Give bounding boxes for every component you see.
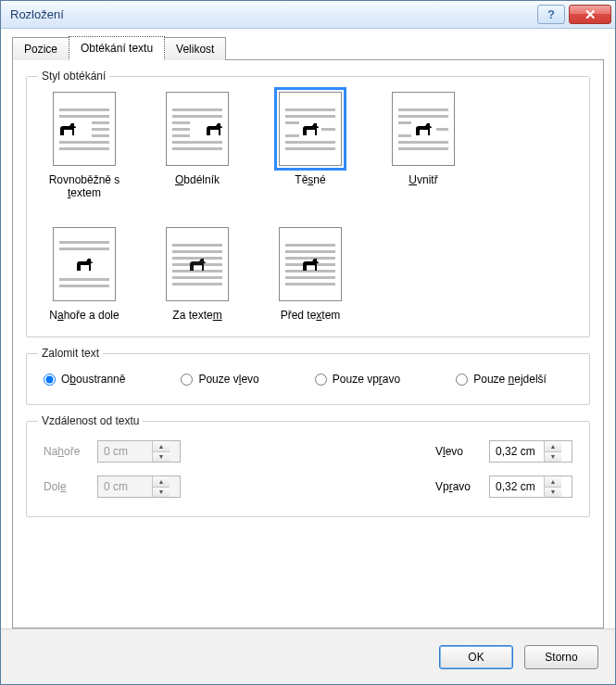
spin-up-icon: ▲	[153, 441, 170, 451]
wrap-inline[interactable]: Rovnoběžně s textem	[38, 92, 131, 199]
dog-icon	[413, 121, 434, 137]
dog-icon	[300, 121, 321, 137]
radio-right[interactable]: Pouze vpravo	[315, 373, 400, 386]
label-top: Nahoře	[44, 445, 97, 458]
wrap-square-thumb	[166, 92, 229, 166]
radio-both-input[interactable]	[44, 374, 56, 386]
tab-bar: Pozice Obtékání textu Velikost	[12, 36, 604, 60]
spin-up-icon[interactable]: ▲	[545, 441, 561, 451]
input-left[interactable]	[490, 441, 544, 462]
wrap-tight-label: Těsné	[264, 173, 357, 186]
spin-up-icon[interactable]: ▲	[545, 476, 561, 487]
wrap-front-label: Před textem	[264, 309, 357, 322]
wrap-front[interactable]: Před textem	[264, 227, 357, 322]
radio-largest[interactable]: Pouze nejdelší	[456, 373, 547, 386]
label-left: Vlevo	[435, 445, 489, 458]
label-right: Vpravo	[435, 480, 489, 493]
spinner-left[interactable]: ▲▼	[489, 440, 572, 463]
wrap-topbottom-label: Nahoře a dole	[38, 309, 131, 322]
tab-size[interactable]: Velikost	[164, 37, 226, 60]
input-top	[98, 441, 152, 462]
input-bottom	[98, 476, 152, 497]
dog-icon	[300, 256, 321, 273]
radio-left-input[interactable]	[181, 374, 193, 386]
dog-icon	[57, 121, 78, 137]
close-button[interactable]: ✕	[569, 5, 611, 24]
wrap-inline-label: Rovnoběžně s textem	[38, 173, 131, 199]
wrap-square[interactable]: Obdélník	[151, 92, 244, 199]
wrap-topbottom[interactable]: Nahoře a dole	[38, 227, 131, 322]
spinner-right[interactable]: ▲▼	[489, 476, 572, 498]
cancel-button[interactable]: Storno	[524, 645, 598, 669]
radio-right-input[interactable]	[315, 374, 327, 386]
wrap-topbottom-thumb	[53, 227, 116, 301]
wrap-behind-thumb	[166, 227, 229, 301]
group-distance-legend: Vzdálenost od textu	[38, 414, 143, 427]
wrap-through-label: Uvnitř	[377, 173, 470, 186]
radio-both[interactable]: Oboustranně	[44, 373, 125, 386]
group-wrap-text: Zalomit text Oboustranně Pouze vlevo Pou…	[26, 347, 590, 405]
dialog-window: Rozložení ? ✕ Pozice Obtékání textu Veli…	[0, 0, 616, 685]
wrap-inline-thumb	[53, 92, 116, 166]
radio-left[interactable]: Pouze vlevo	[181, 373, 258, 386]
wrap-through[interactable]: Uvnitř	[377, 92, 470, 199]
wrap-tight[interactable]: Těsné	[264, 92, 357, 199]
dog-icon	[74, 256, 94, 273]
wrap-tight-thumb	[279, 92, 342, 166]
wrap-behind[interactable]: Za textem	[151, 227, 244, 322]
group-distance: Vzdálenost od textu Nahoře ▲▼ Vlevo ▲▼ D…	[26, 414, 590, 517]
label-bottom: Dole	[44, 480, 97, 493]
radio-largest-input[interactable]	[456, 374, 468, 386]
wrap-behind-label: Za textem	[151, 309, 244, 322]
wrap-front-thumb	[279, 227, 342, 301]
group-wrap-style: Styl obtékání Rovnoběžně s textem	[26, 70, 590, 337]
spin-down-icon[interactable]: ▼	[545, 451, 561, 463]
titlebar: Rozložení ? ✕	[1, 1, 615, 29]
group-wrap-style-legend: Styl obtékání	[38, 70, 109, 82]
dog-icon	[204, 121, 224, 137]
ok-button[interactable]: OK	[439, 645, 513, 669]
help-button[interactable]: ?	[537, 5, 565, 24]
group-wrap-text-legend: Zalomit text	[38, 347, 103, 360]
tab-panel: Styl obtékání Rovnoběžně s textem	[12, 59, 604, 628]
spinner-top: ▲▼	[97, 440, 181, 463]
spin-up-icon: ▲	[153, 476, 170, 487]
tab-wrapping[interactable]: Obtékání textu	[69, 36, 165, 60]
input-right[interactable]	[490, 476, 544, 497]
spin-down-icon[interactable]: ▼	[545, 487, 561, 498]
spinner-bottom: ▲▼	[97, 476, 181, 498]
wrap-through-thumb	[392, 92, 455, 166]
dialog-footer: OK Storno	[1, 628, 615, 684]
wrap-square-label: Obdélník	[151, 173, 244, 186]
spin-down-icon: ▼	[153, 487, 170, 498]
spin-down-icon: ▼	[153, 451, 170, 463]
dog-icon	[187, 256, 207, 273]
tab-position[interactable]: Pozice	[12, 37, 69, 60]
title-text: Rozložení	[10, 7, 64, 21]
